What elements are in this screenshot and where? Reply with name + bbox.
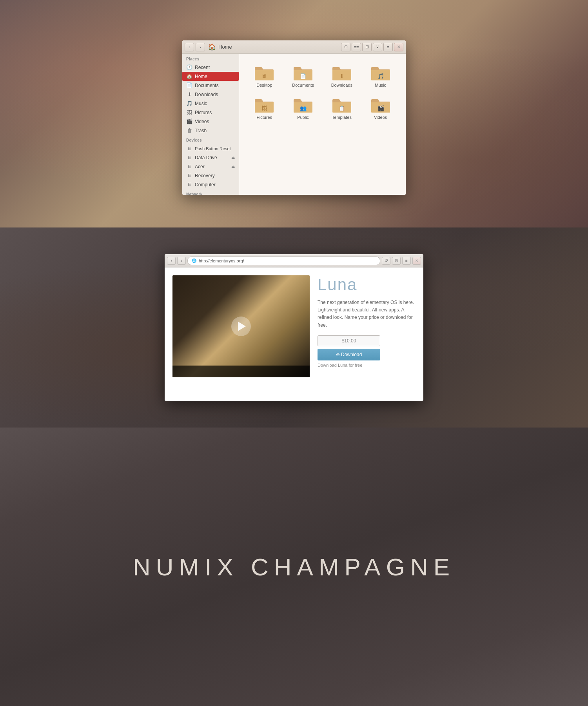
- video-play-button[interactable]: [231, 317, 251, 336]
- fm-sort-button[interactable]: ∨: [373, 43, 382, 51]
- fm-home-icon: 🏠: [208, 43, 216, 51]
- sidebar-item-home[interactable]: 🏠 Home: [182, 72, 239, 81]
- places-section-label: Places: [182, 54, 239, 63]
- videos-icon: 🎬: [186, 118, 192, 124]
- folder-documents[interactable]: 📄 Documents: [286, 62, 321, 90]
- browser-url-bar[interactable]: 🌐 http://elementaryos.org/: [187, 257, 380, 265]
- url-lock-icon: 🌐: [192, 258, 196, 263]
- sidebar-item-recovery[interactable]: 🖥 Recovery: [182, 171, 239, 180]
- computer-icon: 🖥: [186, 182, 192, 187]
- downloads-icon: ⬇: [186, 91, 192, 97]
- documents-folder-label: Documents: [292, 83, 314, 87]
- luna-title: Luna: [318, 275, 416, 294]
- documents-icon: 📄: [186, 82, 192, 88]
- fm-toolbar-right: ⊕ ≡≡ ⊞ ∨ ≡ ✕: [341, 43, 403, 51]
- folder-downloads[interactable]: ⬇ Downloads: [325, 62, 359, 90]
- pictures-icon: 🖼: [186, 109, 192, 115]
- luna-description: The next generation of elementary OS is …: [318, 299, 416, 329]
- folder-desktop[interactable]: 🖥 Desktop: [247, 62, 282, 90]
- templates-folder-label: Templates: [332, 115, 352, 120]
- music-folder-label: Music: [375, 83, 386, 87]
- templates-folder-icon: 📋: [332, 96, 352, 113]
- play-triangle-icon: [238, 322, 246, 331]
- browser-menu-button[interactable]: ≡: [402, 257, 411, 265]
- fm-menu-button[interactable]: ≡: [383, 43, 393, 51]
- browser-info-area: Luna The next generation of elementary O…: [318, 267, 423, 401]
- pictures-folder-icon: 🖼: [254, 96, 274, 113]
- svg-text:🖥: 🖥: [261, 73, 267, 79]
- folder-public[interactable]: 👥 Public: [286, 94, 321, 122]
- bottom-section: NUMIX CHAMPAGNE: [0, 428, 588, 706]
- main-title: NUMIX CHAMPAGNE: [133, 553, 455, 581]
- fm-close-button[interactable]: ✕: [394, 43, 403, 51]
- sidebar-item-documents[interactable]: 📄 Documents: [182, 81, 239, 90]
- svg-text:📋: 📋: [339, 105, 345, 112]
- download-button[interactable]: ⊕ Download: [318, 349, 380, 360]
- sidebar-item-trash[interactable]: 🗑 Trash: [182, 126, 239, 135]
- browser-url-text: http://elementaryos.org/: [199, 258, 244, 263]
- pictures-folder-label: Pictures: [257, 115, 272, 120]
- devices-section-label: Devices: [182, 135, 239, 144]
- trash-icon: 🗑: [186, 127, 192, 133]
- video-thumbnail: [172, 275, 310, 377]
- svg-text:🖼: 🖼: [261, 105, 267, 111]
- acer-icon: 🖥: [186, 164, 192, 169]
- recovery-icon: 🖥: [186, 173, 192, 178]
- browser-back-button[interactable]: ‹: [167, 257, 176, 265]
- fm-title: 🏠 Home: [207, 43, 339, 51]
- sidebar-item-data-drive[interactable]: 🖥 Data Drive ⏏: [182, 153, 239, 162]
- music-folder-icon: 🎵: [370, 64, 391, 81]
- acer-eject-icon[interactable]: ⏏: [231, 164, 235, 169]
- folder-music[interactable]: 🎵 Music: [363, 62, 398, 90]
- browser-titlebar: ‹ › 🌐 http://elementaryos.org/ ↺ ⊡ ≡ ✕: [165, 254, 423, 267]
- network-section-label: Network: [182, 189, 239, 195]
- push-button-reset-icon: 🖥: [186, 146, 192, 151]
- sidebar-item-videos[interactable]: 🎬 Videos: [182, 117, 239, 126]
- sidebar-item-recent[interactable]: 🕐 Recent: [182, 63, 239, 72]
- sidebar-item-pictures[interactable]: 🖼 Pictures: [182, 108, 239, 117]
- video-controls-bar: [172, 366, 310, 377]
- svg-text:⬇: ⬇: [339, 73, 344, 79]
- sidebar-item-computer[interactable]: 🖥 Computer: [182, 180, 239, 189]
- home-icon: 🏠: [186, 73, 192, 79]
- fm-content-area: 🖥 Desktop 📄 Documents: [239, 54, 406, 195]
- svg-text:👥: 👥: [300, 105, 307, 112]
- fm-list-view-button[interactable]: ≡≡: [352, 43, 361, 51]
- fm-grid-view-button[interactable]: ⊞: [362, 43, 372, 51]
- folder-videos[interactable]: 🎬 Videos: [363, 94, 398, 122]
- sidebar-item-push-button-reset[interactable]: 🖥 Push Button Reset: [182, 144, 239, 153]
- price-input-field[interactable]: $10.00: [318, 335, 380, 346]
- sidebar-item-downloads[interactable]: ⬇ Downloads: [182, 90, 239, 99]
- fm-sidebar: Places 🕐 Recent 🏠 Home 📄 Documents ⬇ Dow…: [182, 54, 239, 195]
- free-download-link[interactable]: Download Luna for free: [318, 363, 416, 368]
- fm-compass-button[interactable]: ⊕: [341, 43, 350, 51]
- desktop-folder-icon: 🖥: [254, 64, 274, 81]
- recent-icon: 🕐: [186, 64, 192, 70]
- browser-forward-button[interactable]: ›: [177, 257, 186, 265]
- videos-folder-label: Videos: [374, 115, 387, 120]
- fm-back-button[interactable]: ‹: [185, 43, 194, 51]
- browser-reload-button[interactable]: ↺: [382, 257, 390, 265]
- folder-templates[interactable]: 📋 Templates: [325, 94, 359, 122]
- file-manager-titlebar: ‹ › 🏠 Home ⊕ ≡≡ ⊞ ∨ ≡ ✕: [182, 40, 406, 54]
- data-drive-eject-icon[interactable]: ⏏: [231, 155, 235, 160]
- sidebar-item-music[interactable]: 🎵 Music: [182, 99, 239, 108]
- file-manager-window: ‹ › 🏠 Home ⊕ ≡≡ ⊞ ∨ ≡ ✕ Places: [182, 40, 406, 195]
- documents-folder-icon: 📄: [293, 64, 313, 81]
- top-section: ‹ › 🏠 Home ⊕ ≡≡ ⊞ ∨ ≡ ✕ Places: [0, 0, 588, 227]
- browser-close-button[interactable]: ✕: [412, 257, 421, 265]
- svg-text:🎬: 🎬: [377, 105, 384, 112]
- svg-text:🎵: 🎵: [377, 73, 384, 80]
- file-manager-body: Places 🕐 Recent 🏠 Home 📄 Documents ⬇ Dow…: [182, 54, 406, 195]
- public-folder-label: Public: [297, 115, 309, 120]
- browser-window: ‹ › 🌐 http://elementaryos.org/ ↺ ⊡ ≡ ✕: [165, 254, 423, 401]
- fm-forward-button[interactable]: ›: [196, 43, 205, 51]
- middle-section: ‹ › 🌐 http://elementaryos.org/ ↺ ⊡ ≡ ✕: [0, 227, 588, 428]
- video-area: [172, 275, 310, 377]
- browser-fullscreen-button[interactable]: ⊡: [392, 257, 401, 265]
- folder-pictures[interactable]: 🖼 Pictures: [247, 94, 282, 122]
- music-icon: 🎵: [186, 100, 192, 106]
- sidebar-item-acer[interactable]: 🖥 Acer ⏏: [182, 162, 239, 171]
- svg-text:📄: 📄: [300, 73, 307, 80]
- downloads-folder-label: Downloads: [331, 83, 352, 87]
